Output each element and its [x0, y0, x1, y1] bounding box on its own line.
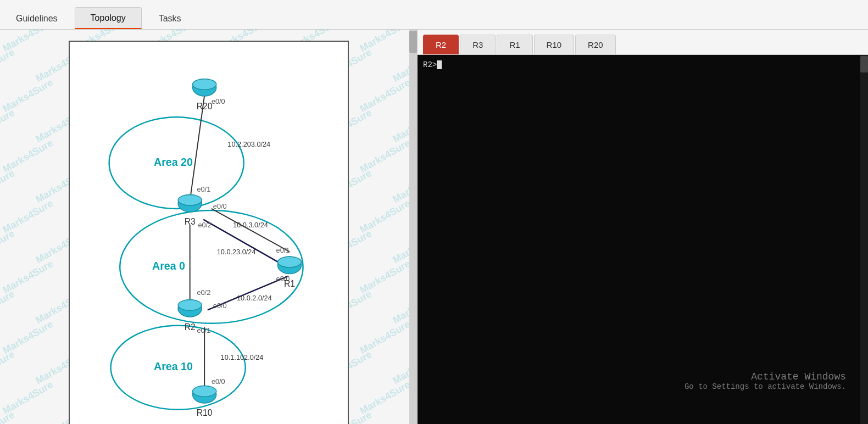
- router-tab-r2[interactable]: R2: [423, 35, 459, 54]
- svg-text:e0/1: e0/1: [197, 185, 210, 193]
- router-tab-r10[interactable]: R10: [534, 35, 575, 54]
- left-scrollbar-thumb[interactable]: [409, 31, 417, 53]
- router-tab-r3[interactable]: R3: [460, 35, 496, 54]
- tab-topology[interactable]: Topology: [75, 7, 142, 29]
- terminal[interactable]: R2> Activate Windows Go to Settings to a…: [418, 55, 868, 424]
- tab-guidelines[interactable]: Guidelines: [0, 7, 74, 29]
- right-scrollbar-thumb[interactable]: [860, 56, 868, 72]
- svg-text:e0/1: e0/1: [276, 246, 290, 254]
- router-tab-r20[interactable]: R20: [575, 35, 616, 54]
- svg-point-16: [178, 194, 202, 205]
- svg-text:10.0.23.0/24: 10.0.23.0/24: [216, 248, 255, 256]
- svg-point-13: [192, 79, 216, 90]
- svg-text:R20: R20: [196, 102, 212, 111]
- svg-text:e0/1: e0/1: [197, 326, 210, 334]
- svg-text:10.2.203.0/24: 10.2.203.0/24: [227, 140, 270, 148]
- svg-text:e0/0: e0/0: [276, 275, 290, 283]
- left-panel: (function(){ const wc = document.querySe…: [0, 30, 418, 424]
- terminal-cursor: [437, 60, 442, 69]
- svg-text:e0/2: e0/2: [198, 221, 212, 229]
- svg-text:e0/0: e0/0: [213, 302, 226, 310]
- topology-diagram: Area 20 Area 0 Area 10: [69, 41, 349, 424]
- tab-bar: Guidelines Topology Tasks: [0, 0, 868, 30]
- left-scrollbar[interactable]: [409, 30, 417, 424]
- svg-point-22: [178, 300, 202, 311]
- svg-text:Area 0: Area 0: [152, 260, 185, 272]
- tab-tasks[interactable]: Tasks: [143, 7, 197, 29]
- router-tabs: R2 R3 R1 R10 R20: [418, 30, 868, 55]
- svg-text:e0/0: e0/0: [211, 97, 225, 105]
- right-panel: R2 R3 R1 R10 R20 R2> Activate Windows Go…: [418, 30, 868, 424]
- svg-text:Area 10: Area 10: [153, 360, 192, 372]
- terminal-prompt: R2>: [423, 60, 863, 69]
- topology-svg: Area 20 Area 0 Area 10: [70, 42, 348, 424]
- svg-point-25: [192, 386, 216, 397]
- activate-windows-notice: Activate Windows Go to Settings to activ…: [685, 371, 846, 391]
- svg-text:10.0.3.0/24: 10.0.3.0/24: [233, 221, 268, 229]
- svg-text:e0/0: e0/0: [211, 377, 225, 386]
- svg-text:e0/0: e0/0: [213, 202, 226, 210]
- svg-text:10.1.102.0/24: 10.1.102.0/24: [220, 353, 263, 361]
- svg-point-19: [277, 256, 301, 267]
- svg-text:R3: R3: [184, 217, 195, 226]
- svg-text:e0/2: e0/2: [197, 288, 210, 297]
- svg-text:R2: R2: [184, 322, 195, 332]
- right-scrollbar[interactable]: [860, 55, 868, 424]
- svg-text:10.0.2.0/24: 10.0.2.0/24: [236, 294, 271, 302]
- svg-text:Area 20: Area 20: [153, 156, 192, 168]
- router-tab-r1[interactable]: R1: [497, 35, 532, 54]
- svg-text:R10: R10: [196, 408, 212, 417]
- main-content: (function(){ const wc = document.querySe…: [0, 30, 868, 424]
